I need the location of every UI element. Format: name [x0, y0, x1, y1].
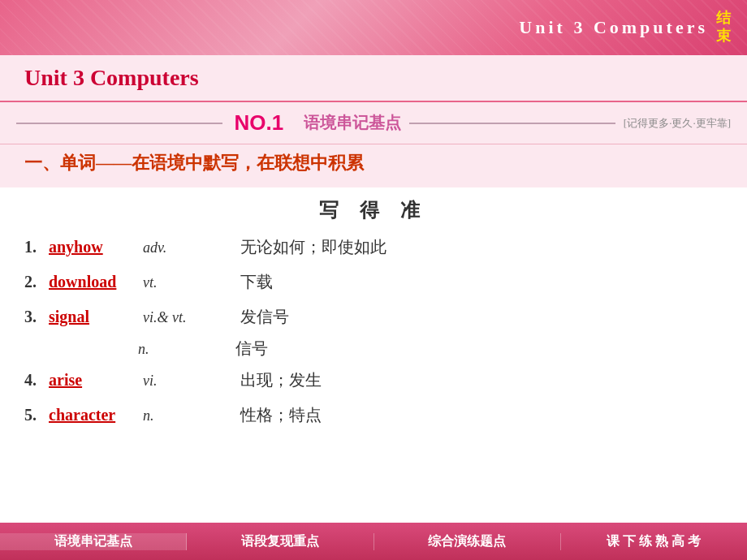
section-heading: 一、单词——在语境中默写，在联想中积累 [0, 144, 747, 187]
bottom-nav-label-3: 综合演练题点 [428, 534, 506, 548]
vocab-word-4: arise [49, 371, 138, 390]
vocab-row-3-sub: n. 信号 [24, 334, 723, 363]
no1-line-right [409, 123, 615, 124]
vocab-row-1: 1. anyhow adv. 无论如何；即使如此 [24, 230, 723, 265]
vocab-pos-1: adv. [143, 239, 208, 256]
no1-bar: NO.1 语境串记基点 [记得更多·更久·更牢靠] [0, 102, 747, 144]
vocab-word-3: signal [49, 308, 138, 326]
no1-label: NO.1 [235, 110, 284, 136]
vocab-pos-5: n. [143, 407, 208, 424]
vocab-meaning-1: 无论如何；即使如此 [240, 236, 386, 258]
vocab-row-3: 3. signal vi.& vt. 发信号 [24, 299, 723, 334]
vocab-row-2: 2. download vt. 下载 [24, 265, 723, 299]
vocab-area: 写 得 准 1. anyhow adv. 无论如何；即使如此 2. downlo… [0, 187, 747, 441]
vocab-row-5: 5. character n. 性格；特点 [24, 398, 723, 433]
no1-line-left [16, 123, 222, 124]
vocab-num-5: 5. [24, 406, 49, 424]
vocab-word-2: download [49, 273, 138, 291]
vocab-word-1: anyhow [49, 238, 138, 256]
vocab-pos-3: vi.& vt. [143, 309, 208, 326]
vocab-meaning-4: 出现；发生 [240, 369, 322, 391]
write-heading-text: 写 得 准 [319, 200, 428, 221]
vocab-meaning-2: 下载 [240, 271, 273, 293]
vocab-word-5: character [49, 406, 138, 424]
vocab-table: 1. anyhow adv. 无论如何；即使如此 2. download vt.… [0, 230, 747, 433]
header-title: Unit 3 Computers [519, 17, 708, 38]
bottom-nav-item-1[interactable]: 语境串记基点 [0, 533, 187, 550]
vocab-pos-2: vt. [143, 274, 208, 291]
vocab-num-1: 1. [24, 238, 49, 256]
header-end-label: 结束 [716, 10, 731, 45]
vocab-meaning-3-sub: 信号 [235, 338, 268, 360]
vocab-num-4: 4. [24, 371, 49, 390]
bottom-nav-item-4[interactable]: 课 下 练 熟 高 考 [561, 533, 747, 550]
vocab-row-4: 4. arise vi. 出现；发生 [24, 363, 723, 398]
bottom-nav-label-2: 语段复现重点 [241, 534, 319, 548]
section-heading-text: 一、单词——在语境中默写，在联想中积累 [24, 153, 364, 173]
unit-title: Unit 3 Computers [24, 65, 199, 90]
vocab-meaning-3: 发信号 [240, 306, 289, 328]
top-header: Unit 3 Computers 结束 [0, 0, 747, 55]
vocab-pos-4: vi. [143, 373, 208, 390]
bottom-nav-item-3[interactable]: 综合演练题点 [374, 533, 561, 550]
bottom-nav: 语境串记基点 语段复现重点 综合演练题点 课 下 练 熟 高 考 [0, 523, 747, 560]
write-heading: 写 得 准 [0, 187, 747, 230]
bottom-nav-label-4: 课 下 练 熟 高 考 [607, 534, 701, 548]
bottom-nav-label-1: 语境串记基点 [54, 534, 132, 548]
no1-subtitle: 语境串记基点 [304, 112, 401, 134]
unit-title-area: Unit 3 Computers [0, 55, 747, 102]
vocab-meaning-5: 性格；特点 [240, 404, 322, 426]
vocab-pos-3-sub: n. [138, 341, 203, 358]
bottom-nav-item-2[interactable]: 语段复现重点 [187, 533, 374, 550]
vocab-num-3: 3. [24, 308, 49, 326]
no1-note: [记得更多·更久·更牢靠] [624, 116, 731, 131]
vocab-num-2: 2. [24, 273, 49, 291]
